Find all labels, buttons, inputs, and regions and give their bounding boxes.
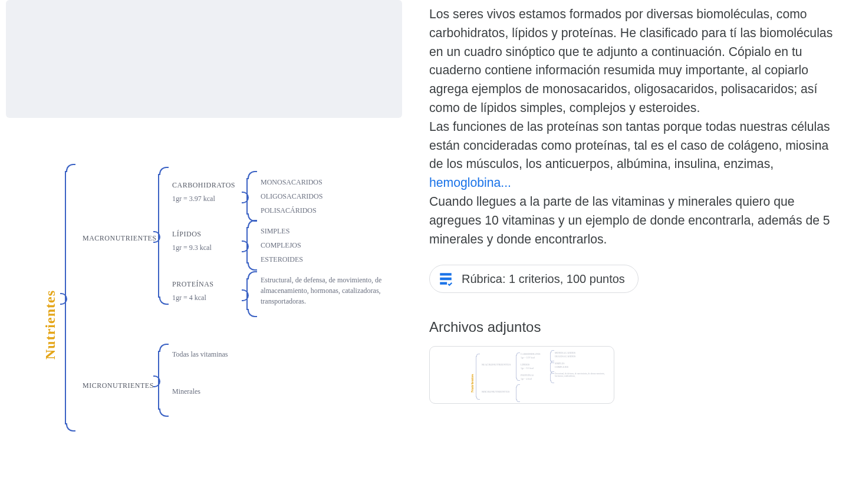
rubric-icon bbox=[438, 271, 453, 286]
label-lipids-item-1: COMPLEJOS bbox=[261, 240, 301, 251]
brace-lipids bbox=[246, 227, 248, 263]
brace-proteins bbox=[246, 278, 248, 310]
label-carbs-kcal: 1gr = 3.97 kcal bbox=[172, 193, 215, 204]
label-minerals: Minerales bbox=[172, 386, 200, 397]
header-gray-band bbox=[6, 0, 402, 118]
label-micronutrientes: MICRONUTRIENTES bbox=[83, 380, 154, 391]
label-vitamins: Todas las vitaminas bbox=[172, 349, 228, 360]
label-proteins-title: PROTEÍNAS bbox=[172, 279, 214, 289]
assignment-description: Los seres vivos estamos formados por div… bbox=[429, 5, 836, 248]
label-carbs-item-2: POLISACÁRIDOS bbox=[261, 205, 317, 216]
label-lipids-item-0: SIMPLES bbox=[261, 226, 289, 236]
label-proteins-kcal: 1gr = 4 kcal bbox=[172, 292, 206, 303]
brace-macro bbox=[158, 174, 159, 298]
brace-root bbox=[65, 171, 66, 424]
label-carbs-item-1: OLIGOSACARIDOS bbox=[261, 191, 323, 202]
brace-carbs bbox=[246, 178, 248, 215]
label-macronutrientes: MACRONUTRIENTES bbox=[83, 233, 157, 243]
description-paragraph-3: Cuando llegues a la parte de las vitamin… bbox=[429, 195, 830, 246]
rubric-label: Rúbrica: 1 criterios, 100 puntos bbox=[462, 272, 625, 286]
description-paragraph-1: Los seres vivos estamos formados por div… bbox=[429, 7, 832, 114]
label-lipids-item-2: ESTEROIDES bbox=[261, 254, 303, 265]
assignment-details: Los seres vivos estamos formados por div… bbox=[429, 5, 836, 404]
attachments-heading: Archivos adjuntos bbox=[429, 319, 836, 335]
label-lipids-title: LÍPIDOS bbox=[172, 229, 202, 239]
description-link[interactable]: hemoglobina... bbox=[429, 176, 511, 189]
label-proteins-desc: Estructural, de defensa, de movimiento, … bbox=[261, 275, 396, 307]
attachment-thumbnail: Nutrientes MACRONUTRIENTES CARBOHIDRATOS… bbox=[433, 350, 610, 400]
label-carbs-title: CARBOHIDRATOS bbox=[172, 180, 235, 190]
description-paragraph-2a: Las funciones de las proteínas son tanta… bbox=[429, 120, 830, 171]
rubric-chip[interactable]: Rúbrica: 1 criterios, 100 puntos bbox=[429, 265, 639, 293]
diagram-root-label: Nutrientes bbox=[42, 290, 58, 360]
label-lipids-kcal: 1gr = 9.3 kcal bbox=[172, 242, 212, 253]
attachment-card[interactable]: Nutrientes MACRONUTRIENTES CARBOHIDRATOS… bbox=[429, 346, 614, 404]
synoptic-diagram: Nutrientes MACRONUTRIENTES MICRONUTRIENT… bbox=[6, 153, 407, 472]
brace-micro bbox=[158, 351, 159, 410]
label-carbs-item-0: MONOSACARIDOS bbox=[261, 177, 323, 187]
